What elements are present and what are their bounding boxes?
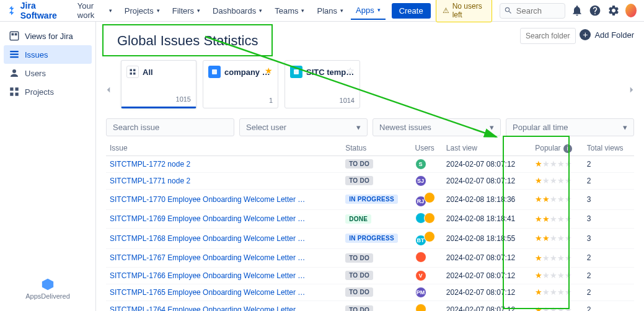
- sidebar-item-projects[interactable]: Projects: [4, 82, 92, 101]
- star-icon[interactable]: ☆: [346, 66, 355, 76]
- folder-card[interactable]: company …★1: [203, 60, 278, 108]
- table-row: SITCTMPL-1771 node 2TO DOSJ2024-02-07 08…: [106, 172, 634, 189]
- popular-cell: ★★★★★: [531, 172, 583, 189]
- popular-cell: ★★★★★: [531, 284, 583, 300]
- issue-link[interactable]: SITCTMPL-1765 Employee Onboarding Welcom…: [110, 288, 305, 297]
- issue-link[interactable]: SITCTMPL-1766 Employee Onboarding Welcom…: [110, 271, 305, 280]
- user-avatar[interactable]: [424, 192, 435, 203]
- status-cell: IN PROGRESS: [342, 228, 411, 248]
- issue-link[interactable]: SITCTMPL-1767 Employee Onboarding Welcom…: [110, 253, 305, 262]
- svg-rect-7: [10, 87, 13, 90]
- notifications-icon[interactable]: [570, 2, 584, 19]
- search-folders[interactable]: [520, 28, 576, 44]
- status-cell: TO DO: [342, 156, 411, 172]
- nav-dashboards[interactable]: Dashboards: [208, 4, 267, 18]
- svg-rect-13: [130, 72, 133, 75]
- chevron-left-icon: [103, 84, 114, 95]
- user-avatar[interactable]: [415, 304, 426, 312]
- users-alert[interactable]: ⚠ No users left: [436, 0, 492, 22]
- user-avatar[interactable]: PM: [415, 287, 426, 298]
- issue-cell: SITCTMPL-1771 node 2: [106, 172, 342, 189]
- popular-cell: ★★★★★: [531, 228, 583, 248]
- sidebar-item-users[interactable]: Users: [4, 64, 92, 82]
- page-title: Global Issues Statistics: [107, 27, 268, 54]
- views-icon: [9, 30, 20, 42]
- status-badge: TO DO: [345, 287, 373, 297]
- nav-plans[interactable]: Plans: [312, 4, 348, 18]
- users-cell: [412, 300, 443, 311]
- col-popular[interactable]: Populari: [531, 141, 583, 156]
- col-users[interactable]: Users: [412, 141, 443, 156]
- status-badge: TO DO: [345, 176, 373, 185]
- user-avatar[interactable]: S: [415, 159, 426, 170]
- search-issue-filter[interactable]: [106, 118, 234, 136]
- users-cell: RJ: [412, 189, 443, 209]
- select-user-filter[interactable]: Select user▾: [239, 118, 368, 136]
- col-issue[interactable]: Issue: [106, 141, 342, 156]
- add-folder-button[interactable]: + Add Folder: [580, 29, 634, 40]
- help-icon[interactable]: [589, 2, 602, 19]
- settings-icon[interactable]: [607, 2, 620, 19]
- search-folders-input[interactable]: [520, 28, 576, 44]
- col-total-views[interactable]: Total views: [583, 141, 634, 156]
- issue-link[interactable]: SITCTMPL-1768 Employee Onboarding Welcom…: [110, 234, 305, 243]
- popular-cell: ★★★★★: [531, 156, 583, 172]
- status-cell: TO DO: [342, 284, 411, 300]
- svg-rect-11: [130, 69, 133, 72]
- scroll-right-button[interactable]: [623, 81, 640, 99]
- issue-cell: SITCTMPL-1770 Employee Onboarding Welcom…: [106, 189, 342, 209]
- svg-rect-0: [10, 32, 19, 40]
- issue-link[interactable]: SITCTMPL-1772 node 2: [110, 160, 190, 169]
- issue-link[interactable]: SITCTMPL-1771 node 2: [110, 177, 190, 185]
- users-cell: V: [412, 267, 443, 284]
- nav-your-work[interactable]: Your work: [73, 0, 117, 22]
- search-issue-input[interactable]: [113, 123, 227, 132]
- svg-rect-2: [15, 33, 17, 36]
- issue-link[interactable]: SITCTMPL-1770 Employee Onboarding Welcom…: [110, 195, 305, 204]
- nav-projects[interactable]: Projects: [120, 4, 165, 18]
- lastview-cell: 2024-02-07 08:07:12: [443, 172, 531, 189]
- nav-teams[interactable]: Teams: [270, 4, 309, 18]
- status-badge: TO DO: [345, 253, 373, 263]
- profile-avatar[interactable]: [625, 4, 637, 17]
- sort-filter[interactable]: Newest issues▾: [373, 118, 501, 136]
- issue-link[interactable]: SITCTMPL-1769 Employee Onboarding Welcom…: [110, 214, 305, 223]
- create-button[interactable]: Create: [392, 3, 431, 19]
- nav-apps[interactable]: Apps: [351, 3, 386, 20]
- issue-link[interactable]: SITCTMPL-1764 Employee Onboarding Welcom…: [110, 305, 305, 311]
- lastview-cell: 2024-02-07 08:07:12: [443, 300, 531, 311]
- folder-cards-row: All1015company …★1SITC templ…☆1014: [96, 56, 644, 115]
- scroll-left-button[interactable]: [100, 81, 117, 99]
- status-badge: TO DO: [345, 271, 373, 280]
- nav-filters[interactable]: Filters: [167, 4, 205, 18]
- table-row: SITCTMPL-1772 node 2TO DOS2024-02-07 08:…: [106, 156, 634, 172]
- sidebar-item-issues[interactable]: Issues: [4, 45, 92, 64]
- status-badge: DONE: [345, 214, 371, 224]
- col-last-view[interactable]: Last view: [443, 141, 531, 156]
- user-avatar[interactable]: [424, 212, 435, 224]
- info-icon[interactable]: i: [563, 144, 572, 153]
- folder-card[interactable]: SITC templ…☆1014: [285, 60, 360, 108]
- views-cell: 2: [583, 156, 634, 172]
- issue-cell: SITCTMPL-1769 Employee Onboarding Welcom…: [106, 209, 342, 228]
- popular-cell: ★★★★★: [531, 300, 583, 311]
- user-avatar[interactable]: [415, 252, 426, 263]
- global-search[interactable]: [500, 3, 565, 19]
- status-cell: TO DO: [342, 267, 411, 284]
- users-cell: SJ: [412, 172, 443, 189]
- user-avatar[interactable]: [424, 231, 435, 242]
- jira-logo[interactable]: Jira Software: [7, 1, 65, 20]
- user-avatar[interactable]: V: [415, 270, 426, 281]
- star-icon[interactable]: ★: [265, 66, 273, 76]
- svg-rect-15: [212, 69, 217, 74]
- col-status[interactable]: Status: [342, 141, 411, 156]
- user-avatar[interactable]: SJ: [415, 175, 426, 186]
- popular-filter[interactable]: Popular all time▾: [506, 118, 634, 136]
- sidebar-app-title[interactable]: Views for Jira: [4, 27, 92, 45]
- views-cell: 2: [583, 248, 634, 267]
- folder-card[interactable]: All1015: [121, 60, 196, 108]
- product-name: Jira Software: [20, 1, 65, 20]
- folder-count: 1014: [340, 97, 355, 104]
- svg-rect-9: [10, 93, 13, 96]
- users-cell: BT: [412, 228, 443, 248]
